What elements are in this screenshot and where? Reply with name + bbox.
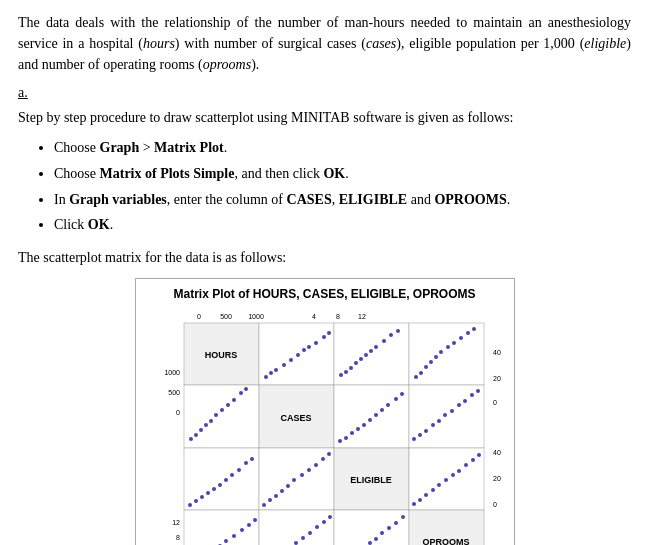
svg-text:CASES: CASES: [280, 413, 311, 423]
svg-text:8: 8: [176, 534, 180, 541]
svg-point-117: [224, 478, 228, 482]
svg-point-138: [444, 478, 448, 482]
step-bullets: Choose Graph > Matrix Plot. Choose Matri…: [54, 136, 631, 237]
svg-point-92: [356, 427, 360, 431]
svg-point-63: [374, 345, 378, 349]
svg-text:500: 500: [220, 313, 232, 320]
svg-point-53: [314, 341, 318, 345]
bullet-4: Click OK.: [54, 213, 631, 237]
svg-rect-39: [334, 510, 409, 545]
svg-point-173: [380, 531, 384, 535]
svg-point-108: [463, 399, 467, 403]
svg-point-110: [476, 389, 480, 393]
svg-point-88: [244, 387, 248, 391]
svg-point-161: [301, 536, 305, 540]
svg-rect-37: [184, 510, 259, 545]
svg-point-99: [400, 392, 404, 396]
svg-text:OPROOMS: OPROOMS: [422, 537, 469, 545]
step-intro: Step by step procedure to draw scatterpl…: [18, 107, 631, 128]
svg-point-111: [188, 503, 192, 507]
svg-rect-29: [184, 385, 259, 448]
matrix-svg: 0 500 1000 4 8 12 4000 2000 0 400 200 0 …: [146, 305, 501, 545]
svg-point-83: [214, 413, 218, 417]
svg-rect-38: [259, 510, 334, 545]
svg-point-115: [212, 487, 216, 491]
svg-point-165: [328, 515, 332, 519]
svg-point-154: [253, 518, 257, 522]
svg-point-114: [206, 491, 210, 495]
svg-point-87: [239, 391, 243, 395]
svg-point-74: [452, 341, 456, 345]
svg-point-66: [396, 329, 400, 333]
svg-point-100: [412, 437, 416, 441]
svg-point-142: [471, 458, 475, 462]
svg-point-78: [189, 437, 193, 441]
svg-text:12: 12: [358, 313, 366, 320]
svg-point-69: [424, 365, 428, 369]
svg-point-56: [339, 373, 343, 377]
svg-point-51: [302, 348, 306, 352]
svg-point-122: [262, 503, 266, 507]
svg-point-54: [322, 335, 326, 339]
svg-point-160: [294, 541, 298, 545]
svg-point-71: [434, 355, 438, 359]
svg-point-164: [322, 520, 326, 524]
svg-point-136: [431, 488, 435, 492]
svg-point-82: [209, 419, 213, 423]
svg-point-89: [338, 439, 342, 443]
svg-point-47: [274, 368, 278, 372]
svg-text:500: 500: [168, 389, 180, 396]
svg-point-85: [226, 403, 230, 407]
svg-point-73: [446, 345, 450, 349]
svg-text:8: 8: [336, 313, 340, 320]
scatter-intro: The scatterplot matrix for the data is a…: [18, 247, 631, 268]
section-label: a.: [18, 85, 631, 101]
svg-point-57: [344, 370, 348, 374]
svg-text:HOURS: HOURS: [204, 350, 237, 360]
svg-point-104: [437, 419, 441, 423]
svg-point-81: [204, 423, 208, 427]
svg-text:4000: 4000: [493, 349, 501, 356]
svg-text:4: 4: [312, 313, 316, 320]
svg-point-176: [401, 515, 405, 519]
svg-point-124: [274, 494, 278, 498]
svg-point-49: [289, 358, 293, 362]
svg-point-61: [364, 353, 368, 357]
svg-point-121: [250, 457, 254, 461]
svg-point-137: [437, 483, 441, 487]
svg-point-91: [350, 431, 354, 435]
svg-text:2000: 2000: [493, 375, 501, 382]
svg-point-80: [199, 428, 203, 432]
svg-point-105: [443, 413, 447, 417]
svg-point-130: [314, 463, 318, 467]
svg-point-60: [359, 357, 363, 361]
svg-point-70: [429, 360, 433, 364]
svg-point-86: [232, 398, 236, 402]
svg-text:0: 0: [176, 409, 180, 416]
svg-point-48: [282, 363, 286, 367]
svg-point-102: [424, 429, 428, 433]
svg-point-109: [470, 393, 474, 397]
bullet-3: In Graph variables, enter the column of …: [54, 188, 631, 212]
svg-point-76: [466, 331, 470, 335]
svg-point-132: [327, 452, 331, 456]
matrix-plot: 0 500 1000 4 8 12 4000 2000 0 400 200 0 …: [146, 305, 501, 545]
svg-point-58: [349, 366, 353, 370]
svg-text:1000: 1000: [248, 313, 264, 320]
svg-point-141: [464, 463, 468, 467]
svg-point-143: [477, 453, 481, 457]
svg-text:ELIGIBLE: ELIGIBLE: [350, 475, 392, 485]
svg-point-129: [307, 468, 311, 472]
bullet-2: Choose Matrix of Plots Simple, and then …: [54, 162, 631, 186]
svg-point-90: [344, 436, 348, 440]
svg-point-59: [354, 361, 358, 365]
svg-point-96: [380, 408, 384, 412]
svg-text:0: 0: [493, 399, 497, 406]
svg-point-116: [218, 483, 222, 487]
svg-text:200: 200: [493, 475, 501, 482]
svg-point-152: [240, 528, 244, 532]
svg-point-50: [296, 353, 300, 357]
svg-point-106: [450, 409, 454, 413]
svg-point-107: [457, 403, 461, 407]
svg-point-46: [269, 371, 273, 375]
